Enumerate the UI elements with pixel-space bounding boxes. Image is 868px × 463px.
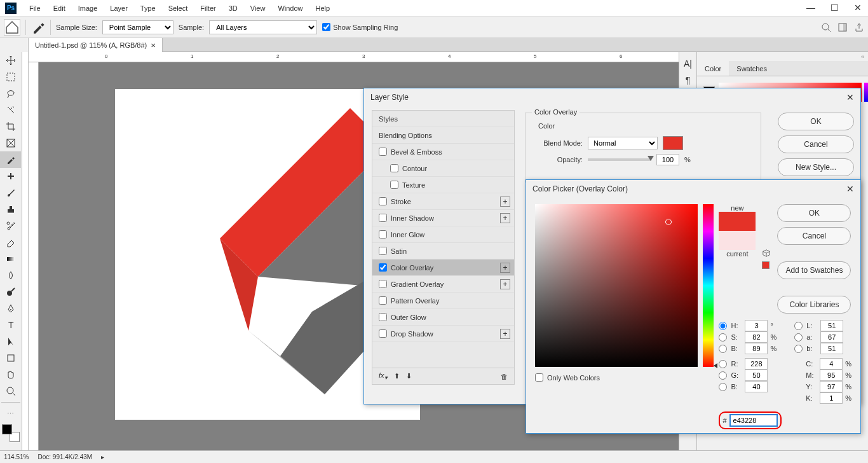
menu-file[interactable]: File: [23, 0, 47, 17]
h-radio[interactable]: [719, 322, 727, 330]
minimize-button[interactable]: —: [803, 1, 819, 14]
menu-help[interactable]: Help: [309, 0, 337, 17]
close-button[interactable]: ✕: [850, 1, 865, 14]
a-radio[interactable]: [794, 333, 803, 342]
add-swatch-button[interactable]: Add to Swatches: [777, 261, 851, 279]
color-panel-tab[interactable]: Color: [697, 61, 729, 76]
pattern-overlay-item[interactable]: Pattern Overlay: [372, 293, 514, 309]
trash-icon[interactable]: 🗑: [501, 373, 508, 380]
current-color-swatch[interactable]: [719, 231, 756, 250]
crop-tool[interactable]: [0, 118, 21, 135]
hue-strip[interactable]: [864, 83, 868, 102]
blend-mode-select[interactable]: Normal: [588, 137, 658, 149]
workspace-icon[interactable]: [837, 22, 848, 32]
menu-view[interactable]: View: [244, 0, 272, 17]
foreground-swatch[interactable]: [2, 424, 12, 434]
eraser-tool[interactable]: [0, 234, 21, 251]
g-radio[interactable]: [719, 371, 727, 380]
saturation-value-field[interactable]: [535, 204, 698, 367]
texture-item[interactable]: Texture: [372, 177, 514, 193]
c-input[interactable]: [820, 358, 843, 370]
blending-options-item[interactable]: Blending Options: [372, 127, 514, 144]
inner-glow-item[interactable]: Inner Glow: [372, 226, 514, 243]
s-radio[interactable]: [719, 333, 727, 342]
g-input[interactable]: [745, 370, 768, 381]
b-input[interactable]: [745, 343, 768, 354]
ok-button[interactable]: OK: [778, 113, 854, 130]
menu-image[interactable]: Image: [72, 0, 104, 17]
color-libraries-button[interactable]: Color Libraries: [777, 296, 851, 314]
swatches-panel-tab[interactable]: Swatches: [729, 61, 775, 76]
new-style-button[interactable]: New Style...: [778, 158, 854, 176]
menu-select[interactable]: Select: [162, 0, 194, 17]
menu-type[interactable]: Type: [134, 0, 162, 17]
doc-info[interactable]: Doc: 991.4K/2.43M: [37, 453, 92, 460]
close-icon[interactable]: ✕: [846, 92, 854, 102]
sample-size-select[interactable]: Point Sample: [102, 20, 173, 34]
eyedropper-tool[interactable]: [0, 151, 21, 168]
path-select-tool[interactable]: [0, 333, 21, 350]
k-input[interactable]: [820, 392, 843, 404]
dodge-tool[interactable]: [0, 284, 21, 300]
show-sampling-ring-checkbox[interactable]: Show Sampling Ring: [322, 23, 398, 31]
cube-icon[interactable]: [762, 249, 771, 258]
zoom-level[interactable]: 114.51%: [4, 453, 29, 460]
add-icon[interactable]: +: [500, 263, 510, 273]
styles-header[interactable]: Styles: [372, 111, 514, 127]
lab-b-radio[interactable]: [794, 345, 803, 353]
a-input[interactable]: [820, 331, 843, 343]
drop-shadow-item[interactable]: Drop Shadow+: [372, 326, 514, 342]
stamp-tool[interactable]: [0, 201, 21, 218]
contour-item[interactable]: Contour: [372, 160, 514, 177]
s-input[interactable]: [745, 331, 768, 343]
l-radio[interactable]: [794, 322, 803, 330]
overlay-color-swatch[interactable]: [663, 136, 683, 150]
wand-tool[interactable]: [0, 102, 21, 118]
m-input[interactable]: [820, 370, 843, 381]
color-overlay-item[interactable]: Color Overlay+: [372, 259, 514, 276]
gradient-tool[interactable]: [0, 251, 21, 267]
bevel-emboss-item[interactable]: Bevel & Emboss: [372, 144, 514, 160]
bb-input[interactable]: [745, 381, 768, 392]
close-icon[interactable]: ✕: [151, 42, 156, 49]
ok-button[interactable]: OK: [777, 204, 851, 222]
sample-select[interactable]: All Layers: [209, 20, 317, 34]
blur-tool[interactable]: [0, 267, 21, 284]
satin-item[interactable]: Satin: [372, 243, 514, 259]
document-tab[interactable]: Untitled-1.psd @ 115% (A, RGB/8#) ✕: [29, 38, 163, 52]
add-icon[interactable]: +: [500, 197, 510, 207]
bb-radio[interactable]: [719, 383, 727, 391]
frame-tool[interactable]: [0, 135, 21, 151]
healing-tool[interactable]: [0, 168, 21, 184]
menu-edit[interactable]: Edit: [47, 0, 72, 17]
inner-shadow-item[interactable]: Inner Shadow+: [372, 210, 514, 226]
pen-tool[interactable]: [0, 300, 21, 317]
fx-icon[interactable]: fx▾: [379, 371, 388, 381]
cancel-button[interactable]: Cancel: [777, 227, 851, 245]
history-brush-tool[interactable]: [0, 218, 21, 234]
hue-slider[interactable]: [703, 204, 714, 367]
gradient-overlay-item[interactable]: Gradient Overlay+: [372, 276, 514, 293]
opacity-slider[interactable]: [588, 158, 651, 161]
brush-tool[interactable]: [0, 184, 21, 201]
menu-window[interactable]: Window: [271, 0, 309, 17]
menu-filter[interactable]: Filter: [194, 0, 222, 17]
character-icon[interactable]: A|: [684, 59, 692, 69]
l-input[interactable]: [820, 320, 843, 331]
menu-3d[interactable]: 3D: [222, 0, 244, 17]
edit-toolbar-button[interactable]: ⋯: [0, 405, 21, 422]
move-tool[interactable]: [0, 52, 21, 69]
menu-layer[interactable]: Layer: [104, 0, 134, 17]
lasso-tool[interactable]: [0, 85, 21, 102]
h-input[interactable]: [745, 320, 768, 331]
web-colors-checkbox[interactable]: Only Web Colors: [535, 373, 698, 382]
home-button[interactable]: [4, 19, 20, 36]
add-icon[interactable]: +: [500, 279, 510, 289]
marquee-tool[interactable]: [0, 69, 21, 85]
close-icon[interactable]: ✕: [846, 184, 854, 194]
y-input[interactable]: [820, 381, 843, 392]
opacity-input[interactable]: [656, 154, 679, 165]
chevron-right-icon[interactable]: ▸: [101, 453, 104, 460]
search-icon[interactable]: [821, 22, 831, 32]
add-icon[interactable]: +: [500, 329, 510, 339]
